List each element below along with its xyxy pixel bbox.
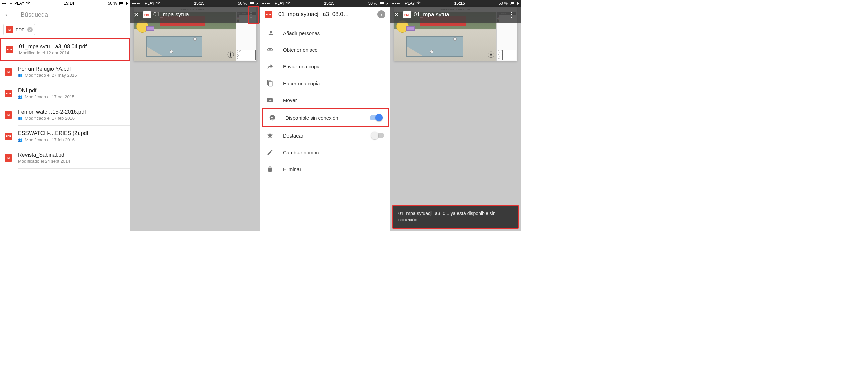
file-row[interactable]: PDF Fenlon watc…15-2-2016.pdf 👥Modificad… bbox=[0, 104, 130, 125]
copy-icon bbox=[266, 80, 274, 87]
file-row[interactable]: PDF ESSWATCH-…ERIES (2).pdf 👥Modificado … bbox=[0, 126, 130, 147]
file-name: Por un Refugio YA.pdf bbox=[18, 66, 111, 72]
status-bar: PLAY 15:15 50 % bbox=[260, 0, 390, 7]
close-icon[interactable]: ✕ bbox=[394, 11, 399, 19]
preview-toolbar: ✕ PDF 01_mpa sytua… ⋮ bbox=[130, 7, 260, 23]
battery-icon bbox=[249, 2, 258, 5]
wifi-icon bbox=[26, 1, 30, 5]
signal-dots-icon bbox=[132, 3, 143, 4]
file-name: 01_mpa sytu…a3_08.04.pdf bbox=[19, 43, 110, 50]
file-subtitle: Modificado el 12 abr 2014 bbox=[19, 50, 110, 55]
toast-text: 01_mpa sytuacji_a3_0... ya está disponib… bbox=[398, 211, 496, 223]
close-icon[interactable]: ✕ bbox=[133, 11, 139, 19]
folder-move-icon bbox=[266, 97, 274, 103]
carrier-label: PLAY bbox=[145, 1, 155, 6]
file-row[interactable]: PDF Revista_Sabinal.pdf Modificado el 24… bbox=[0, 147, 130, 168]
preview-title: 01_mpa sytua… bbox=[153, 11, 195, 18]
chip-label: PDF bbox=[16, 27, 25, 32]
preview-toolbar: ✕ PDF 01_mpa sytua… ⋮ bbox=[391, 7, 521, 23]
pdf-icon: PDF bbox=[6, 26, 13, 33]
menu-delete[interactable]: Eliminar bbox=[260, 161, 390, 178]
file-row[interactable]: PDF 01_mpa sytu…a3_08.04.pdf Modificado … bbox=[0, 38, 130, 61]
file-name: Fenlon watc…15-2-2016.pdf bbox=[18, 109, 111, 115]
menu-move[interactable]: Mover bbox=[260, 92, 390, 108]
status-bar: PLAY 15:15 50 % bbox=[391, 0, 521, 7]
screen-search: PLAY 15:14 50 % ← Búsqueda PDF PDF ✕ PDF… bbox=[0, 0, 130, 231]
battery-icon bbox=[509, 2, 519, 5]
more-icon[interactable]: ⋮ bbox=[116, 88, 126, 99]
trash-icon bbox=[266, 166, 274, 172]
send-icon bbox=[266, 63, 274, 70]
compass-icon bbox=[488, 51, 494, 58]
offline-toggle[interactable] bbox=[370, 115, 382, 120]
person-add-icon bbox=[266, 30, 274, 36]
edit-icon bbox=[266, 149, 274, 156]
more-icon[interactable]: ⋮ bbox=[116, 66, 126, 78]
battery-icon bbox=[379, 2, 388, 5]
file-name: Revista_Sabinal.pdf bbox=[18, 152, 111, 158]
highlight-box bbox=[248, 6, 259, 24]
signal-dots-icon bbox=[262, 3, 273, 4]
pdf-icon: PDF bbox=[5, 133, 12, 140]
menu-star[interactable]: Destacar bbox=[260, 127, 390, 144]
compass-icon bbox=[227, 51, 234, 58]
pdf-icon: PDF bbox=[5, 68, 12, 76]
offline-pin-icon bbox=[269, 114, 276, 121]
back-arrow-icon[interactable]: ← bbox=[4, 10, 11, 19]
menu-label: Eliminar bbox=[283, 166, 384, 172]
menu-label: Disponible sin conexión bbox=[285, 115, 360, 121]
file-subtitle: Modificado el 17 oct 2015 bbox=[25, 94, 74, 99]
star-toggle[interactable] bbox=[372, 133, 384, 138]
file-name: ESSWATCH-…ERIES (2).pdf bbox=[18, 130, 111, 136]
sheet-header: PDF 01_mpa sytuacji_a3_08.0… i bbox=[260, 7, 390, 22]
file-name: DNI.pdf bbox=[18, 88, 111, 94]
file-row[interactable]: PDF Por un Refugio YA.pdf 👥Modificado el… bbox=[0, 61, 130, 83]
menu-label: Destacar bbox=[283, 133, 363, 138]
carrier-label: PLAY bbox=[405, 1, 415, 6]
battery-pct: 50 % bbox=[108, 1, 117, 6]
wifi-icon bbox=[156, 1, 160, 5]
shared-icon: 👥 bbox=[18, 137, 23, 142]
screen-actions-sheet: PLAY 15:15 50 % PDF 01_mpa sytuacji_a3_0… bbox=[260, 0, 391, 231]
signal-dots-icon bbox=[393, 3, 403, 4]
more-icon[interactable]: ⋮ bbox=[115, 44, 125, 55]
pdf-icon: PDF bbox=[403, 11, 411, 19]
file-subtitle: Modificado el 17 feb 2016 bbox=[25, 137, 75, 142]
wifi-icon bbox=[416, 1, 421, 5]
shared-icon: 👥 bbox=[18, 95, 23, 99]
toast-offline: 01_mpa sytuacji_a3_0... ya está disponib… bbox=[393, 205, 519, 229]
pdf-icon: PDF bbox=[5, 112, 12, 119]
menu-get-link[interactable]: Obtener enlace bbox=[260, 41, 390, 58]
clock: 15:15 bbox=[324, 1, 334, 6]
pdf-icon: PDF bbox=[143, 11, 151, 19]
status-bar: PLAY 15:14 50 % bbox=[0, 0, 130, 7]
menu-rename[interactable]: Cambiar nombre bbox=[260, 144, 390, 161]
file-row[interactable]: PDF DNI.pdf 👥Modificado el 17 oct 2015 ⋮ bbox=[0, 83, 130, 104]
more-icon[interactable]: ⋮ bbox=[116, 109, 126, 121]
pdf-icon: PDF bbox=[265, 11, 272, 18]
menu-label: Añadir personas bbox=[283, 30, 384, 36]
screen-preview-toast: PLAY 15:15 50 % MAPA SYTUACJI SKALA 1:50… bbox=[391, 0, 521, 231]
status-bar: PLAY 15:15 50 % bbox=[130, 0, 260, 7]
more-icon[interactable]: ⋮ bbox=[116, 152, 126, 164]
signal-dots-icon bbox=[2, 3, 13, 4]
screen-preview: PLAY 15:15 50 % MAPA SYTUACJI SKALA 1:50… bbox=[130, 0, 260, 231]
clock: 15:15 bbox=[455, 1, 465, 6]
chip-remove-icon[interactable]: ✕ bbox=[27, 27, 33, 32]
info-icon[interactable]: i bbox=[377, 10, 385, 19]
pdf-icon: PDF bbox=[6, 46, 13, 53]
preview-title: 01_mpa sytua… bbox=[413, 11, 455, 18]
menu-make-copy[interactable]: Hacer una copia bbox=[260, 75, 390, 92]
carrier-label: PLAY bbox=[14, 1, 25, 6]
menu-offline[interactable]: Disponible sin conexión bbox=[262, 109, 388, 126]
more-icon[interactable]: ⋮ bbox=[116, 131, 126, 142]
menu-send-copy[interactable]: Enviar una copia bbox=[260, 58, 390, 75]
clock: 15:14 bbox=[64, 1, 74, 6]
sheet-title: 01_mpa sytuacji_a3_08.0… bbox=[278, 11, 371, 18]
more-icon[interactable]: ⋮ bbox=[506, 9, 517, 21]
shared-icon: 👥 bbox=[18, 116, 23, 120]
clock: 15:15 bbox=[194, 1, 204, 6]
pdf-icon: PDF bbox=[5, 154, 12, 162]
menu-add-people[interactable]: Añadir personas bbox=[260, 25, 390, 41]
filter-chip-pdf[interactable]: PDF PDF ✕ bbox=[3, 24, 35, 35]
